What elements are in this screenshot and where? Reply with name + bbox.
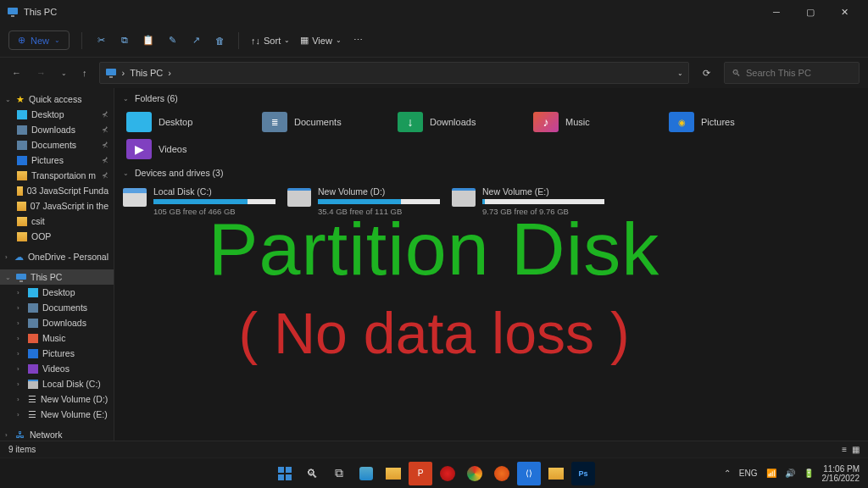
recent-button[interactable]: ⌄ xyxy=(58,68,70,79)
folders-section-header[interactable]: ⌄Folders (6) xyxy=(114,88,868,108)
view-details-icon[interactable]: ≡ xyxy=(842,445,847,454)
this-pc-icon xyxy=(7,6,19,18)
svg-rect-1 xyxy=(11,15,14,17)
drive-d[interactable]: New Volume (D:) 35.4 GB free of 111 GB xyxy=(287,186,440,216)
sidebar-item-folder[interactable]: Transportaion m⊀ xyxy=(0,168,114,183)
copy-icon[interactable]: ⧉ xyxy=(118,35,131,46)
clock[interactable]: 11:06 PM 2/16/2022 xyxy=(822,464,860,483)
minimize-button[interactable]: ─ xyxy=(760,0,793,24)
powerpoint-icon[interactable]: P xyxy=(409,462,432,485)
sidebar-item-folder[interactable]: 07 JavaScript in the xyxy=(0,198,114,214)
search-button[interactable]: 🔍︎ xyxy=(300,462,324,485)
wifi-icon[interactable]: 📶 xyxy=(766,469,776,478)
sidebar-item-drive-c[interactable]: ›Local Disk (C:) xyxy=(0,376,114,391)
drive-c[interactable]: Local Disk (C:) 105 GB free of 466 GB xyxy=(123,186,275,216)
sort-button[interactable]: ↑↓Sort⌄ xyxy=(251,36,290,46)
drive-icon: ☰ xyxy=(28,394,36,404)
forward-button[interactable]: → xyxy=(33,66,49,80)
sidebar-item-pictures[interactable]: ›Pictures xyxy=(0,346,114,361)
language-indicator[interactable]: ENG xyxy=(739,469,758,478)
close-button[interactable]: ✕ xyxy=(827,0,861,24)
this-pc-icon xyxy=(16,273,26,282)
plus-icon: ⊕ xyxy=(18,35,25,46)
svg-rect-6 xyxy=(278,467,284,473)
svg-rect-0 xyxy=(8,8,18,14)
rename-icon[interactable]: ✎ xyxy=(165,35,179,46)
folder-documents[interactable]: ≣Documents xyxy=(259,108,394,136)
network-icon: 🖧 xyxy=(16,430,25,440)
sidebar-this-pc[interactable]: ⌄This PC xyxy=(0,269,114,285)
drive-icon xyxy=(123,188,147,207)
sidebar-item-drive-d[interactable]: ›☰New Volume (D:) xyxy=(0,391,114,407)
folder-desktop[interactable]: Desktop xyxy=(123,108,259,136)
chevron-right-icon: › xyxy=(5,253,10,261)
chevron-down-icon[interactable]: ⌄ xyxy=(677,69,683,77)
sidebar-item-folder[interactable]: 03 JavaScript Funda xyxy=(0,183,114,198)
search-input[interactable]: 🔍︎ Search This PC xyxy=(724,62,860,84)
sidebar-quick-access[interactable]: ⌄ ★ Quick access xyxy=(0,92,114,107)
start-button[interactable] xyxy=(273,462,297,485)
vscode-icon[interactable]: ⟨⟩ xyxy=(517,462,541,485)
sidebar-item-folder[interactable]: OOP xyxy=(0,229,114,244)
task-view-button[interactable]: ⧉ xyxy=(327,462,351,485)
folder-music[interactable]: ♪Music xyxy=(530,108,665,136)
drives-section-header[interactable]: ⌄Devices and drives (3) xyxy=(114,163,868,183)
pin-icon: ⊀ xyxy=(102,141,108,149)
sidebar-item-pictures[interactable]: Pictures⊀ xyxy=(0,152,114,168)
pin-icon: ⊀ xyxy=(102,125,108,134)
cut-icon[interactable]: ✂ xyxy=(94,35,108,46)
sidebar-item-music[interactable]: ›Music xyxy=(0,330,114,346)
toolbar: ⊕ New ⌄ ✂ ⧉ 📋 ✎ ↗ 🗑 ↑↓Sort⌄ ▦View⌄ ⋯ xyxy=(0,24,868,58)
sidebar-item-documents[interactable]: ›Documents xyxy=(0,300,114,315)
view-tiles-icon[interactable]: ▦ xyxy=(852,445,860,454)
more-button[interactable]: ⋯ xyxy=(353,35,363,46)
svg-rect-2 xyxy=(106,69,116,75)
refresh-button[interactable]: ⟳ xyxy=(698,66,715,80)
sidebar-item-folder[interactable]: csit xyxy=(0,214,114,229)
folder-pictures[interactable]: ◉Pictures xyxy=(665,108,801,136)
sidebar-item-documents[interactable]: Documents⊀ xyxy=(0,137,114,152)
chevron-right-icon: › xyxy=(5,431,12,439)
folder-videos[interactable]: ▶Videos xyxy=(123,136,259,163)
sidebar-item-videos[interactable]: ›Videos xyxy=(0,361,114,376)
search-icon: 🔍︎ xyxy=(732,68,741,78)
maximize-button[interactable]: ▢ xyxy=(793,0,827,24)
new-button[interactable]: ⊕ New ⌄ xyxy=(8,30,70,50)
volume-icon[interactable]: 🔊 xyxy=(785,469,795,478)
sidebar-item-drive-e[interactable]: ›☰New Volume (E:) xyxy=(0,407,114,422)
tray-chevron-icon[interactable]: ⌃ xyxy=(724,469,731,478)
sidebar-item-downloads[interactable]: Downloads⊀ xyxy=(0,122,114,137)
widgets-button[interactable] xyxy=(354,462,378,485)
sidebar: ⌄ ★ Quick access Desktop⊀ Downloads⊀ Doc… xyxy=(0,88,114,461)
svg-rect-5 xyxy=(19,280,23,282)
view-button[interactable]: ▦View⌄ xyxy=(300,35,342,46)
sidebar-item-desktop[interactable]: Desktop⊀ xyxy=(0,107,114,122)
drive-e[interactable]: New Volume (E:) 9.73 GB free of 9.76 GB xyxy=(452,186,604,216)
breadcrumb-item[interactable]: This PC xyxy=(130,68,163,78)
opera-icon[interactable] xyxy=(436,462,459,485)
chevron-down-icon: ⌄ xyxy=(123,169,130,177)
svg-rect-8 xyxy=(278,474,284,480)
battery-icon[interactable]: 🔋 xyxy=(804,469,814,478)
back-button[interactable]: ← xyxy=(8,66,25,80)
firefox-icon[interactable] xyxy=(490,462,514,485)
folder-downloads[interactable]: ↓Downloads xyxy=(394,108,530,136)
sidebar-item-downloads[interactable]: ›Downloads xyxy=(0,315,114,330)
path-input[interactable]: › This PC › ⌄ xyxy=(99,62,690,84)
svg-rect-3 xyxy=(109,76,113,78)
up-button[interactable]: ↑ xyxy=(79,66,91,80)
pin-icon: ⊀ xyxy=(102,110,108,119)
explorer-icon[interactable] xyxy=(381,462,405,485)
paste-icon[interactable]: 📋 xyxy=(142,35,155,46)
title-bar: This PC ─ ▢ ✕ xyxy=(0,0,868,24)
drive-icon: ☰ xyxy=(28,409,36,419)
delete-icon[interactable]: 🗑 xyxy=(213,36,226,46)
sidebar-item-desktop[interactable]: ›Desktop xyxy=(0,285,114,300)
cloud-icon: ☁ xyxy=(14,252,24,262)
photoshop-icon[interactable]: Ps xyxy=(571,462,595,485)
chrome-icon[interactable] xyxy=(463,462,487,485)
share-icon[interactable]: ↗ xyxy=(189,35,203,46)
status-bar: 9 items ≡ ▦ xyxy=(0,441,868,458)
explorer-icon[interactable] xyxy=(544,462,568,485)
sidebar-onedrive[interactable]: ›☁OneDrive - Personal xyxy=(0,249,114,264)
